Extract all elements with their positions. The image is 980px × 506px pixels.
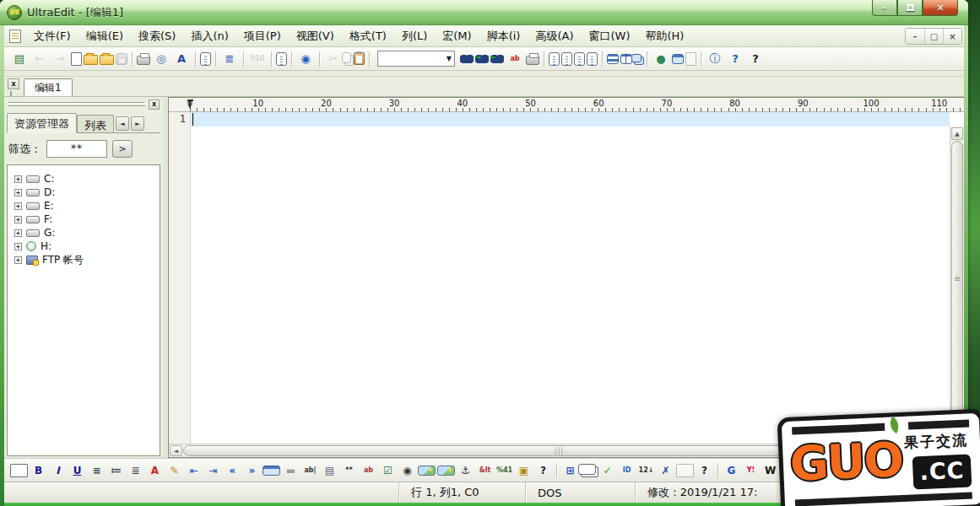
bold-icon[interactable]: B [30, 462, 47, 479]
expand-icon[interactable]: + [14, 243, 22, 250]
highlight-icon[interactable]: ✎ [165, 462, 183, 479]
new-file-icon[interactable] [71, 52, 82, 66]
reformat-icon[interactable]: ≣ [220, 51, 239, 67]
align-right-icon[interactable] [574, 52, 585, 66]
label-field-icon[interactable]: ab [360, 462, 377, 479]
expand-icon[interactable]: + [14, 229, 22, 237]
paragraph-icon[interactable]: ≡ [88, 462, 106, 479]
tree-item-g[interactable]: +G: [11, 226, 156, 240]
tree-item-d[interactable]: +D: [11, 186, 156, 199]
tool-help-icon[interactable]: ? [696, 462, 713, 479]
cascade-icon[interactable] [631, 54, 642, 62]
font-icon[interactable]: A [172, 51, 191, 67]
syntax-highlight-icon[interactable] [276, 52, 287, 66]
expand-icon[interactable]: + [14, 189, 22, 196]
expand-icon[interactable]: + [14, 216, 22, 223]
italic-icon[interactable]: I [49, 462, 67, 479]
scroll-left-icon[interactable]: ◄ [170, 445, 182, 456]
quick-open-icon[interactable] [100, 55, 114, 65]
edit-area[interactable]: 1 ▲ ▼ [169, 112, 964, 444]
browser-view-icon[interactable]: ◉ [296, 51, 315, 67]
panel-close-button[interactable]: x [149, 100, 160, 110]
tile-vertical-icon[interactable] [620, 54, 632, 64]
google-search-icon[interactable]: G [723, 462, 740, 479]
wikipedia-icon[interactable]: W [761, 462, 779, 479]
indent-left-icon[interactable]: « [224, 462, 241, 479]
print-preview-icon[interactable]: ◎ [152, 51, 171, 67]
bullet-list-icon[interactable]: ≔ [107, 462, 125, 479]
find-prev-icon[interactable]: ◄ [475, 55, 489, 63]
mdi-restore-button[interactable]: □ [924, 29, 943, 44]
outdent-icon[interactable]: ⇤ [185, 462, 203, 479]
menu-item-8[interactable]: 宏(M) [435, 26, 479, 46]
html-help-icon[interactable]: ? [534, 462, 552, 479]
copy-html-icon[interactable] [578, 464, 596, 475]
find-icon[interactable] [460, 55, 474, 63]
number-convert-icon[interactable]: 12↓ [637, 462, 655, 479]
validate-icon[interactable]: ✓ [598, 462, 616, 479]
tree-item-h[interactable]: +H: [11, 240, 156, 253]
web-globe-icon[interactable]: ● [652, 51, 670, 67]
charcode-icon[interactable]: %41 [495, 462, 513, 479]
align-justify-icon[interactable] [587, 52, 598, 66]
expand-icon[interactable]: + [14, 175, 22, 183]
menu-item-9[interactable]: 脚本(i) [479, 26, 528, 46]
page-setup-icon[interactable] [200, 52, 211, 66]
tile-horizontal-icon[interactable] [607, 54, 619, 64]
id-icon[interactable]: ID [618, 462, 636, 479]
tree-item-ftp[interactable]: +FTP 帐号 [11, 253, 156, 266]
find-in-files-icon[interactable] [526, 56, 539, 65]
expand-icon[interactable]: + [14, 202, 22, 210]
mdi-close-button[interactable]: × [943, 29, 961, 44]
html-tag-icon[interactable] [10, 464, 28, 477]
table-icon[interactable]: ⊞ [561, 462, 579, 479]
menu-item-10[interactable]: 高级(A) [528, 26, 581, 46]
password-field-icon[interactable]: ** [340, 462, 358, 479]
paste-icon[interactable] [354, 52, 365, 65]
show-window-icon[interactable] [672, 54, 684, 64]
radio-icon[interactable]: ◉ [398, 462, 416, 479]
tab-scroll-right-icon[interactable]: ► [131, 116, 144, 131]
menu-item-4[interactable]: 项目(P) [236, 26, 289, 46]
menu-item-5[interactable]: 视图(V) [289, 26, 342, 46]
underline-icon[interactable]: U [68, 462, 86, 479]
menu-item-7[interactable]: 列(L) [394, 26, 435, 46]
textfield-icon[interactable]: ab| [301, 462, 319, 479]
file-view-icon[interactable]: ▤ [10, 51, 29, 67]
entity-icon[interactable]: &lt [476, 462, 494, 479]
tab-scroll-left-icon[interactable]: ◄ [116, 116, 129, 131]
mdi-minimize-button[interactable]: – [906, 29, 924, 44]
align-left-icon[interactable] [549, 52, 560, 66]
vertical-scroll-thumb[interactable] [951, 141, 963, 416]
align-center-icon[interactable] [561, 52, 572, 66]
menu-item-3[interactable]: 插入(n) [183, 26, 236, 46]
tab-edit1[interactable]: 编辑1 [24, 78, 73, 96]
vertical-scrollbar[interactable]: ▲ ▼ [950, 126, 964, 430]
menu-item-2[interactable]: 搜索(S) [131, 26, 183, 46]
open-file-icon[interactable] [84, 55, 98, 65]
indent-icon[interactable]: ⇥ [204, 462, 222, 479]
find-next-icon[interactable]: ► [490, 55, 504, 63]
numbered-list-icon[interactable]: ≣ [127, 462, 144, 479]
listbox-icon[interactable]: ▤ [321, 462, 338, 479]
yahoo-search-icon[interactable]: Y! [742, 462, 760, 479]
expand-icon[interactable]: + [14, 256, 22, 264]
indent-right-icon[interactable]: » [243, 462, 261, 479]
menu-item-1[interactable]: 编辑(E) [79, 26, 131, 46]
replace-icon[interactable]: ab [506, 51, 524, 67]
info-icon[interactable]: ⓘ [706, 51, 724, 67]
menu-item-0[interactable]: 文件(F) [26, 26, 79, 46]
menu-item-11[interactable]: 窗口(W) [581, 26, 637, 46]
tree-item-e[interactable]: +E: [11, 199, 156, 213]
print-icon[interactable] [137, 56, 150, 65]
context-help-icon[interactable]: ? [726, 51, 744, 67]
menu-item-12[interactable]: 帮助(H) [637, 26, 691, 46]
clear-format-icon[interactable]: ✗ [657, 462, 674, 479]
anchor-icon[interactable]: ⚓ [457, 462, 474, 479]
close-button[interactable]: ✕ [923, 0, 958, 16]
protect-icon[interactable]: ▣ [515, 462, 533, 479]
help-icon[interactable]: ? [746, 51, 765, 67]
tree-item-c[interactable]: +C: [11, 172, 156, 186]
filter-apply-button[interactable]: > [112, 140, 133, 158]
tree-item-f[interactable]: +F: [11, 213, 156, 226]
